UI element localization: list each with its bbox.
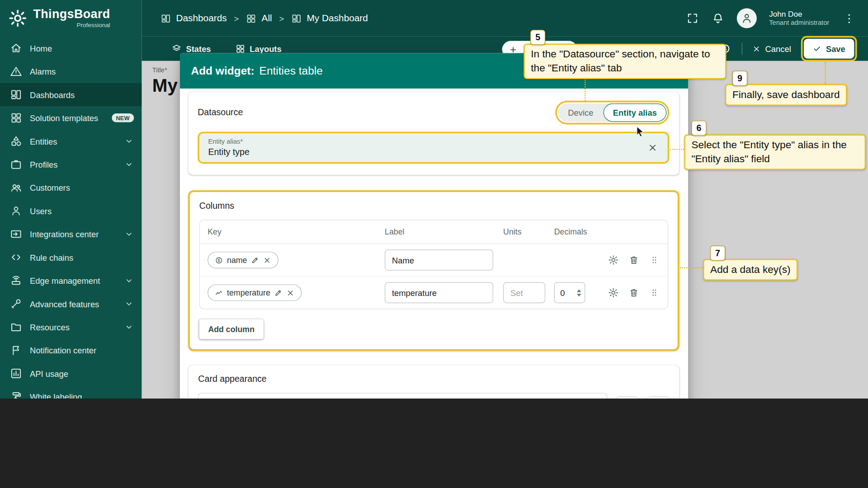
edit-key-button[interactable]: [274, 289, 282, 297]
close-icon: [263, 256, 271, 264]
breadcrumb-separator: >: [279, 14, 284, 23]
sidebar-item-api-usage[interactable]: API usage: [0, 362, 142, 385]
label-input[interactable]: [385, 282, 493, 303]
save-button[interactable]: Save: [804, 39, 854, 59]
states-button[interactable]: States: [172, 44, 211, 54]
sidebar-item-label: Profiles: [30, 160, 57, 169]
sidebar-item-integrations-center[interactable]: Integrations center: [0, 222, 142, 245]
layouts-button[interactable]: Layouts: [235, 44, 281, 54]
columns-section: Columns Key Label Units Decimals name: [188, 190, 679, 351]
sidebar-item-customers[interactable]: Customers: [0, 176, 142, 199]
toolbar-actions: Cancel Save: [719, 36, 868, 61]
datakey-chip[interactable]: name: [208, 252, 278, 268]
column-header-units: Units: [503, 227, 554, 236]
tab-device[interactable]: Device: [558, 103, 603, 121]
brand-name: ThingsBoard: [33, 8, 110, 20]
delete-column-button[interactable]: [628, 287, 639, 298]
clear-alias-button[interactable]: [648, 143, 658, 153]
trash-icon: [628, 254, 639, 265]
tab-entity-alias[interactable]: Entity alias: [603, 103, 666, 121]
sidebar-item-white-labeling[interactable]: White labeling: [0, 385, 142, 399]
sidebar-item-label: White labeling: [30, 392, 82, 399]
notifications-button[interactable]: [712, 12, 725, 25]
sidebar-item-resources[interactable]: Resources: [0, 315, 142, 338]
sidebar-item-entities[interactable]: Entities: [0, 130, 142, 153]
dialog-title-prefix: Add widget:: [191, 65, 254, 77]
entitykey-icon: [215, 256, 223, 264]
columns-rows: name temperature 0: [200, 244, 668, 309]
sidebar-item-users[interactable]: Users: [0, 199, 142, 222]
sidebar-item-label: Solution templates: [30, 113, 98, 122]
card-appearance-input[interactable]: [198, 393, 607, 399]
datakey-name: name: [227, 256, 247, 265]
columns-icon: [160, 13, 171, 23]
column-row: temperature 0: [200, 277, 668, 309]
fullscreen-button[interactable]: [686, 12, 699, 25]
tools-icon: [10, 298, 22, 310]
breadcrumb-item[interactable]: Dashboards: [160, 13, 227, 23]
warning-icon: [10, 65, 22, 77]
columns-label: Columns: [199, 201, 668, 211]
code-icon: [10, 251, 22, 263]
chart-icon: [10, 367, 22, 380]
drag-handle[interactable]: [649, 254, 660, 265]
history-icon: [719, 42, 731, 55]
cancel-button[interactable]: Cancel: [752, 44, 791, 53]
zigzag-icon: [215, 289, 223, 297]
units-input[interactable]: [503, 282, 545, 303]
save-highlight: Save: [801, 36, 857, 61]
column-header-label: Label: [385, 227, 503, 236]
dialog-header: Add widget: Entities table: [180, 53, 688, 89]
brand-logo[interactable]: ThingsBoard Professional: [0, 0, 142, 37]
sidebar-item-alarms[interactable]: Alarms: [0, 60, 142, 83]
breadcrumb-item[interactable]: My Dashboard: [291, 13, 368, 23]
sidebar-item-label: API usage: [30, 369, 68, 378]
history-button[interactable]: [719, 42, 732, 55]
edit-key-button[interactable]: [251, 256, 259, 264]
states-icon: [172, 44, 182, 54]
card-appearance-control[interactable]: [647, 396, 669, 399]
card-appearance-control[interactable]: [616, 396, 638, 399]
decimals-spinner[interactable]: [577, 289, 585, 296]
sidebar-item-home[interactable]: Home: [0, 37, 142, 60]
avatar[interactable]: [737, 8, 757, 28]
sidebar-item-label: Users: [30, 206, 52, 216]
chevron-icon: [124, 136, 134, 146]
app-root: ThingsBoard Professional Home Alarms Das…: [0, 0, 868, 399]
column-settings-button[interactable]: [608, 287, 618, 298]
sidebar-item-dashboards[interactable]: Dashboards: [0, 83, 142, 106]
drag-icon: [649, 287, 660, 298]
delete-column-button[interactable]: [628, 254, 639, 265]
sidebar-item-solution-templates[interactable]: Solution templates NEW: [0, 106, 142, 129]
sidebar-item-rule-chains[interactable]: Rule chains: [0, 246, 142, 269]
decimals-input[interactable]: 0: [554, 282, 585, 303]
chevron-icon: [124, 276, 134, 286]
sidebar-item-edge-management[interactable]: Edge management: [0, 269, 142, 292]
card-appearance-label: Card appearance: [198, 374, 669, 384]
breadcrumb: Dashboards> All> My Dashboard: [142, 13, 368, 23]
person-icon: [741, 12, 753, 24]
add-column-button[interactable]: Add column: [199, 319, 264, 339]
user-name: John Doe: [769, 9, 829, 19]
sidebar: ThingsBoard Professional Home Alarms Das…: [0, 0, 142, 399]
category-icon: [10, 135, 22, 147]
breadcrumb-item[interactable]: All: [246, 13, 272, 23]
sidebar-item-notification-center[interactable]: Notification center: [0, 338, 142, 361]
entity-alias-field-value: Entity type: [208, 147, 659, 157]
dialog-body: Datasource Device Entity alias Entity al…: [180, 89, 688, 399]
drag-handle[interactable]: [649, 287, 660, 298]
datakey-chip[interactable]: temperature: [208, 284, 302, 301]
remove-key-button[interactable]: [286, 289, 294, 297]
entity-alias-field[interactable]: Entity alias* Entity type: [198, 131, 669, 164]
label-input[interactable]: [385, 249, 493, 271]
sidebar-item-profiles[interactable]: Profiles: [0, 153, 142, 176]
remove-key-button[interactable]: [263, 256, 271, 264]
sidebar-item-advanced-features[interactable]: Advanced features: [0, 292, 142, 315]
column-settings-button[interactable]: [608, 254, 618, 265]
columns-icon: [291, 13, 302, 23]
header-menu-button[interactable]: ⋮: [841, 12, 857, 25]
column-header-decimals: Decimals: [554, 227, 608, 236]
columns-table: Key Label Units Decimals name tem: [199, 220, 668, 309]
gear-icon: [608, 287, 618, 298]
add-widget-dialog: Add widget: Entities table Datasource De…: [180, 53, 688, 399]
